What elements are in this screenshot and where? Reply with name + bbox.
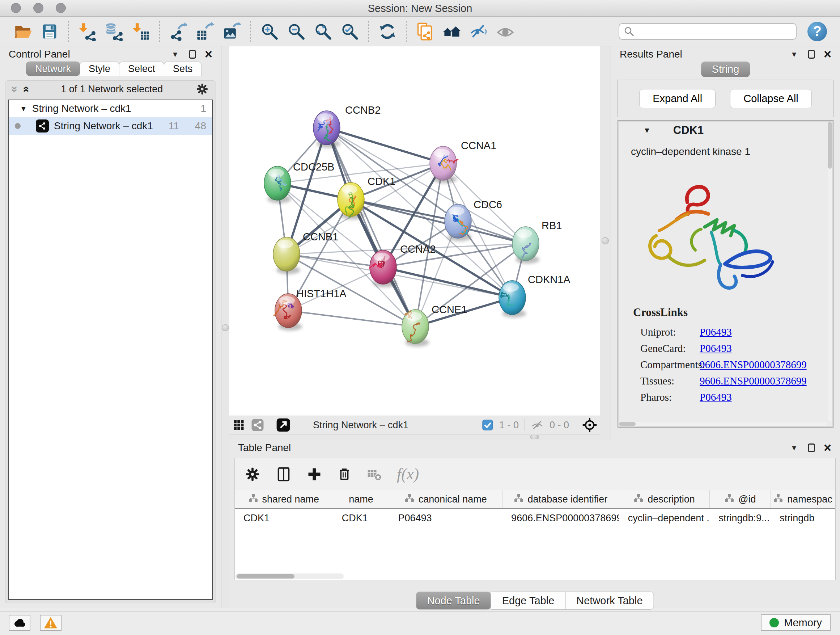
memory-button[interactable]: Memory	[761, 614, 831, 631]
table-cell[interactable]: stringdb:9...	[710, 509, 771, 527]
network-row-selected[interactable]: String Network – cdk1 11 48	[9, 117, 212, 135]
network-view-title: String Network – cdk1	[313, 420, 476, 431]
close-panel-icon[interactable]: ×	[205, 50, 212, 59]
string-home-button[interactable]	[441, 21, 462, 42]
table-cell[interactable]: cyclin–dependent ...	[619, 509, 710, 527]
save-session-button[interactable]	[39, 21, 60, 42]
function-builder-icon[interactable]: f(x)	[397, 465, 419, 483]
string-hide-structures-button[interactable]	[468, 21, 489, 42]
show-graphics-button[interactable]	[495, 21, 516, 42]
delete-column-icon[interactable]	[337, 467, 352, 482]
table-cell[interactable]: CDK1	[333, 509, 390, 527]
tab-node-table[interactable]: Node Table	[416, 592, 491, 610]
import-network-database-button[interactable]	[103, 21, 125, 42]
panel-menu-icon[interactable]: ▼	[172, 50, 179, 59]
gene-header-row[interactable]: ▼ CDK1	[618, 120, 833, 140]
crosslink-label: Uniprot:	[640, 326, 699, 338]
column-header-description[interactable]: description	[619, 490, 710, 508]
right-splitter-handle[interactable]	[602, 237, 609, 244]
left-splitter-handle[interactable]	[222, 324, 229, 331]
current-network-dot	[15, 123, 21, 129]
network-options-gear-icon[interactable]	[195, 82, 209, 96]
export-image-button[interactable]	[221, 21, 242, 42]
node-label-CCNB1: CCNB1	[303, 231, 338, 242]
results-horizontal-scrollbar[interactable]	[619, 422, 827, 426]
table-cell[interactable]: stringdb	[771, 509, 835, 527]
table-horizontal-scrollbar[interactable]	[235, 573, 344, 579]
zoom-fit-button[interactable]	[313, 21, 333, 42]
close-panel-icon[interactable]: ×	[824, 443, 831, 452]
panel-menu-icon[interactable]: ▼	[790, 444, 798, 452]
network-icon	[36, 119, 49, 133]
zoom-in-button[interactable]	[259, 21, 280, 42]
import-table-button[interactable]	[130, 21, 151, 42]
panel-menu-icon[interactable]: ▼	[790, 50, 798, 59]
column-header-name[interactable]: name	[333, 490, 390, 508]
eye-gray-icon	[496, 22, 515, 41]
node-label-CDC25B: CDC25B	[293, 161, 334, 173]
help-button[interactable]: ?	[807, 22, 827, 41]
node-table[interactable]: shared namenamecanonical namedatabase id…	[234, 490, 836, 580]
zoom-out-button[interactable]	[286, 21, 307, 42]
float-panel-icon[interactable]	[189, 50, 196, 59]
close-panel-icon[interactable]: ×	[824, 50, 831, 59]
expand-all-networks-icon[interactable]: »	[19, 86, 32, 92]
table-cell[interactable]: P06493	[390, 509, 503, 527]
crosslink-link[interactable]: 9606.ENSP00000378699	[699, 359, 807, 371]
export-table-button[interactable]	[195, 21, 216, 42]
results-vertical-scrollbar[interactable]	[828, 122, 832, 421]
import-network-button[interactable]	[77, 21, 98, 42]
tab-sets[interactable]: Sets	[164, 62, 202, 76]
refresh-button[interactable]	[377, 21, 398, 42]
horizontal-splitter-handle[interactable]	[531, 435, 539, 439]
table-header-row: shared namenamecanonical namedatabase id…	[235, 490, 835, 509]
float-panel-icon[interactable]	[808, 50, 815, 59]
tab-edge-table[interactable]: Edge Table	[491, 592, 566, 610]
delete-table-icon[interactable]	[366, 466, 382, 482]
column-header-shared-name[interactable]: shared name	[235, 490, 333, 508]
open-session-button[interactable]	[12, 21, 33, 42]
column-header-canonical-name[interactable]: canonical name	[389, 490, 502, 508]
network-view-toolbar: String Network – cdk1 1 - 0 0 - 0	[229, 416, 600, 434]
network-view-icon[interactable]	[251, 418, 264, 432]
table-cell[interactable]: 9606.ENSP00000378699	[502, 509, 619, 527]
add-column-icon[interactable]	[306, 466, 322, 482]
table-options-gear-icon[interactable]	[244, 466, 261, 483]
column-header-database-identifier[interactable]: database identifier	[502, 490, 619, 508]
float-panel-icon[interactable]	[808, 443, 815, 452]
detach-view-icon[interactable]	[276, 418, 291, 432]
search-input[interactable]	[638, 26, 791, 37]
gene-collapse-icon[interactable]: ▼	[643, 126, 651, 135]
statusbar-separator	[524, 419, 525, 431]
crosslink-link[interactable]: P06493	[699, 391, 732, 403]
zoom-selected-button[interactable]	[339, 21, 360, 42]
tab-network-table[interactable]: Network Table	[565, 592, 654, 610]
table-cell[interactable]: CDK1	[235, 509, 333, 527]
warnings-button[interactable]	[40, 615, 62, 631]
cloud-status-button[interactable]	[9, 615, 30, 631]
network-canvas[interactable]: CCNB2CCNA1CDC25BCDK1CDC6RB1CCNB1CCNA2CDK…	[229, 46, 600, 416]
collapse-all-button[interactable]: Collapse All	[730, 89, 812, 108]
grid-view-icon[interactable]	[232, 418, 245, 432]
selected-checkbox-icon[interactable]	[482, 419, 493, 431]
birds-eye-view-icon[interactable]	[582, 417, 597, 432]
crosslink-link[interactable]: 9606.ENSP00000378699	[699, 375, 807, 387]
expand-all-button[interactable]: Expand All	[639, 89, 715, 108]
tab-string[interactable]: String	[701, 62, 750, 77]
export-network-button[interactable]	[168, 21, 189, 42]
tab-style[interactable]: Style	[80, 62, 119, 76]
network-graph[interactable]: CCNB2CCNA1CDC25BCDK1CDC6RB1CCNB1CCNA2CDK…	[229, 46, 600, 416]
tab-select[interactable]: Select	[119, 62, 164, 76]
tab-network[interactable]: Network	[26, 62, 80, 76]
crosslink-link[interactable]: P06493	[699, 342, 732, 355]
show-columns-icon[interactable]	[275, 466, 292, 483]
column-header-namespac[interactable]: namespac	[771, 490, 835, 508]
table-row[interactable]: CDK1CDK1P064939606.ENSP00000378699cyclin…	[235, 509, 835, 527]
column-header-@id[interactable]: @id	[710, 490, 771, 508]
copy-style-button[interactable]	[415, 21, 436, 42]
hidden-eye-icon[interactable]	[531, 418, 544, 432]
crosslink-link[interactable]: P06493	[699, 326, 732, 338]
tree-expand-icon[interactable]: ▼	[20, 105, 27, 113]
window-title: Session: New Session	[0, 0, 840, 17]
network-collection-row[interactable]: ▼ String Network – cdk1 1	[9, 100, 212, 117]
